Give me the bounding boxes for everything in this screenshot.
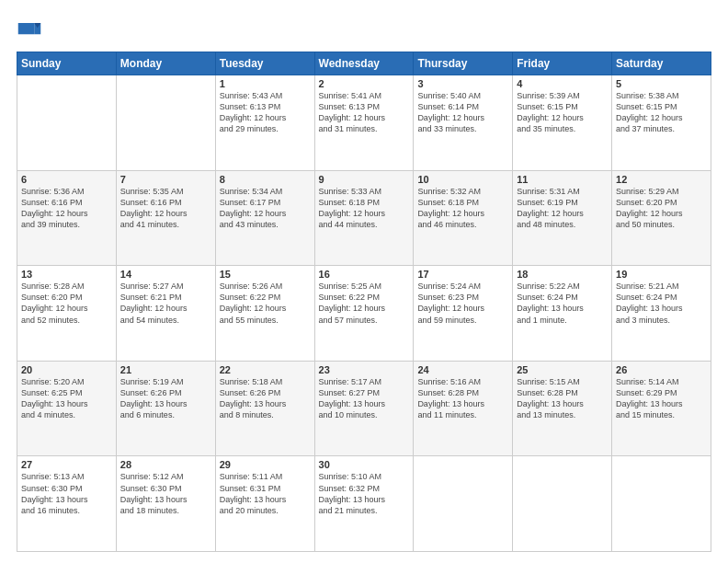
day-number: 25 [517, 364, 608, 375]
calendar-cell: 2Sunrise: 5:41 AM Sunset: 6:13 PM Daylig… [314, 75, 414, 171]
day-info: Sunrise: 5:29 AM Sunset: 6:20 PM Dayligh… [616, 186, 707, 231]
calendar-cell: 8Sunrise: 5:34 AM Sunset: 6:17 PM Daylig… [215, 170, 314, 266]
day-number: 5 [616, 78, 707, 89]
calendar-cell: 16Sunrise: 5:25 AM Sunset: 6:22 PM Dayli… [314, 266, 414, 362]
day-number: 11 [517, 174, 608, 185]
day-info: Sunrise: 5:12 AM Sunset: 6:30 PM Dayligh… [120, 471, 211, 516]
day-info: Sunrise: 5:26 AM Sunset: 6:22 PM Dayligh… [220, 281, 311, 326]
calendar-cell: 26Sunrise: 5:14 AM Sunset: 6:29 PM Dayli… [612, 361, 711, 456]
calendar-cell: 17Sunrise: 5:24 AM Sunset: 6:23 PM Dayli… [414, 266, 513, 362]
day-number: 23 [319, 364, 410, 375]
day-number: 26 [616, 364, 707, 375]
calendar-cell [414, 456, 513, 552]
day-number: 16 [319, 269, 410, 280]
logo-icon [17, 17, 42, 42]
day-info: Sunrise: 5:33 AM Sunset: 6:18 PM Dayligh… [319, 186, 410, 231]
calendar-cell: 29Sunrise: 5:11 AM Sunset: 6:31 PM Dayli… [215, 456, 314, 552]
day-info: Sunrise: 5:10 AM Sunset: 6:32 PM Dayligh… [319, 471, 410, 516]
day-info: Sunrise: 5:11 AM Sunset: 6:31 PM Dayligh… [220, 471, 311, 516]
day-info: Sunrise: 5:18 AM Sunset: 6:26 PM Dayligh… [220, 376, 311, 421]
day-info: Sunrise: 5:32 AM Sunset: 6:18 PM Dayligh… [417, 186, 508, 231]
calendar-week-3: 13Sunrise: 5:28 AM Sunset: 6:20 PM Dayli… [17, 266, 711, 362]
calendar-cell: 23Sunrise: 5:17 AM Sunset: 6:27 PM Dayli… [314, 361, 414, 456]
calendar-cell: 25Sunrise: 5:15 AM Sunset: 6:28 PM Dayli… [513, 361, 612, 456]
calendar-cell: 5Sunrise: 5:38 AM Sunset: 6:15 PM Daylig… [612, 75, 711, 171]
day-number: 12 [616, 174, 707, 185]
day-number: 29 [220, 459, 311, 470]
weekday-header-wednesday: Wednesday [314, 52, 414, 75]
calendar-cell: 9Sunrise: 5:33 AM Sunset: 6:18 PM Daylig… [314, 170, 414, 266]
calendar-week-1: 1Sunrise: 5:43 AM Sunset: 6:13 PM Daylig… [17, 75, 711, 171]
calendar-cell: 28Sunrise: 5:12 AM Sunset: 6:30 PM Dayli… [116, 456, 215, 552]
calendar-cell: 12Sunrise: 5:29 AM Sunset: 6:20 PM Dayli… [612, 170, 711, 266]
calendar-cell: 30Sunrise: 5:10 AM Sunset: 6:32 PM Dayli… [314, 456, 414, 552]
weekday-header-friday: Friday [513, 52, 612, 75]
calendar-cell [116, 75, 215, 171]
day-info: Sunrise: 5:27 AM Sunset: 6:21 PM Dayligh… [120, 281, 211, 326]
day-info: Sunrise: 5:15 AM Sunset: 6:28 PM Dayligh… [517, 376, 608, 421]
weekday-header-monday: Monday [116, 52, 215, 75]
calendar-cell: 20Sunrise: 5:20 AM Sunset: 6:25 PM Dayli… [17, 361, 117, 456]
calendar-cell [612, 456, 711, 552]
day-info: Sunrise: 5:22 AM Sunset: 6:24 PM Dayligh… [517, 281, 608, 326]
day-number: 15 [220, 269, 311, 280]
day-info: Sunrise: 5:31 AM Sunset: 6:19 PM Dayligh… [517, 186, 608, 231]
calendar-week-5: 27Sunrise: 5:13 AM Sunset: 6:30 PM Dayli… [17, 456, 711, 552]
day-number: 4 [517, 78, 608, 89]
day-number: 18 [517, 269, 608, 280]
day-number: 17 [417, 269, 508, 280]
day-info: Sunrise: 5:35 AM Sunset: 6:16 PM Dayligh… [120, 186, 211, 231]
day-info: Sunrise: 5:16 AM Sunset: 6:28 PM Dayligh… [417, 376, 508, 421]
day-number: 20 [21, 364, 112, 375]
day-info: Sunrise: 5:20 AM Sunset: 6:25 PM Dayligh… [21, 376, 112, 421]
day-number: 28 [120, 459, 211, 470]
calendar-cell [17, 75, 117, 171]
calendar-cell: 6Sunrise: 5:36 AM Sunset: 6:16 PM Daylig… [17, 170, 117, 266]
calendar-cell: 21Sunrise: 5:19 AM Sunset: 6:26 PM Dayli… [116, 361, 215, 456]
calendar-cell [513, 456, 612, 552]
day-number: 1 [220, 78, 311, 89]
day-info: Sunrise: 5:13 AM Sunset: 6:30 PM Dayligh… [21, 471, 112, 516]
day-number: 9 [319, 174, 410, 185]
weekday-header-saturday: Saturday [612, 52, 711, 75]
calendar-cell: 4Sunrise: 5:39 AM Sunset: 6:15 PM Daylig… [513, 75, 612, 171]
calendar-cell: 13Sunrise: 5:28 AM Sunset: 6:20 PM Dayli… [17, 266, 117, 362]
day-number: 22 [220, 364, 311, 375]
day-info: Sunrise: 5:34 AM Sunset: 6:17 PM Dayligh… [220, 186, 311, 231]
day-info: Sunrise: 5:40 AM Sunset: 6:14 PM Dayligh… [417, 90, 508, 135]
logo [17, 17, 46, 42]
weekday-header-tuesday: Tuesday [215, 52, 314, 75]
calendar-week-2: 6Sunrise: 5:36 AM Sunset: 6:16 PM Daylig… [17, 170, 711, 266]
day-info: Sunrise: 5:14 AM Sunset: 6:29 PM Dayligh… [616, 376, 707, 421]
calendar-cell: 1Sunrise: 5:43 AM Sunset: 6:13 PM Daylig… [215, 75, 314, 171]
day-number: 19 [616, 269, 707, 280]
day-number: 3 [417, 78, 508, 89]
calendar-cell: 10Sunrise: 5:32 AM Sunset: 6:18 PM Dayli… [414, 170, 513, 266]
day-number: 2 [319, 78, 410, 89]
day-info: Sunrise: 5:36 AM Sunset: 6:16 PM Dayligh… [21, 186, 112, 231]
calendar-cell: 7Sunrise: 5:35 AM Sunset: 6:16 PM Daylig… [116, 170, 215, 266]
calendar-cell: 14Sunrise: 5:27 AM Sunset: 6:21 PM Dayli… [116, 266, 215, 362]
day-info: Sunrise: 5:43 AM Sunset: 6:13 PM Dayligh… [220, 90, 311, 135]
day-info: Sunrise: 5:24 AM Sunset: 6:23 PM Dayligh… [417, 281, 508, 326]
calendar-cell: 3Sunrise: 5:40 AM Sunset: 6:14 PM Daylig… [414, 75, 513, 171]
weekday-header-thursday: Thursday [414, 52, 513, 75]
day-info: Sunrise: 5:25 AM Sunset: 6:22 PM Dayligh… [319, 281, 410, 326]
day-number: 27 [21, 459, 112, 470]
day-number: 10 [417, 174, 508, 185]
calendar-cell: 22Sunrise: 5:18 AM Sunset: 6:26 PM Dayli… [215, 361, 314, 456]
day-number: 21 [120, 364, 211, 375]
day-info: Sunrise: 5:38 AM Sunset: 6:15 PM Dayligh… [616, 90, 707, 135]
day-number: 14 [120, 269, 211, 280]
day-info: Sunrise: 5:39 AM Sunset: 6:15 PM Dayligh… [517, 90, 608, 135]
calendar-week-4: 20Sunrise: 5:20 AM Sunset: 6:25 PM Dayli… [17, 361, 711, 456]
day-info: Sunrise: 5:19 AM Sunset: 6:26 PM Dayligh… [120, 376, 211, 421]
calendar-table: SundayMondayTuesdayWednesdayThursdayFrid… [17, 52, 711, 552]
day-info: Sunrise: 5:28 AM Sunset: 6:20 PM Dayligh… [21, 281, 112, 326]
day-number: 8 [220, 174, 311, 185]
svg-rect-2 [18, 23, 35, 34]
day-info: Sunrise: 5:21 AM Sunset: 6:24 PM Dayligh… [616, 281, 707, 326]
day-number: 6 [21, 174, 112, 185]
day-number: 7 [120, 174, 211, 185]
weekday-header-sunday: Sunday [17, 52, 117, 75]
